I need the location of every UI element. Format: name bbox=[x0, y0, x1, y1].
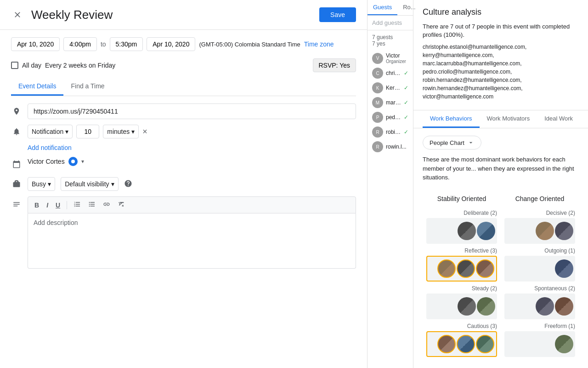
allday-checkbox[interactable] bbox=[11, 62, 18, 69]
location-input[interactable] bbox=[28, 104, 356, 119]
header-divider bbox=[0, 29, 367, 30]
notification-unit-select[interactable]: minutes ▾ bbox=[103, 125, 139, 138]
tab-guests[interactable]: Guests bbox=[368, 0, 397, 15]
list-item: R robin.h... ✓ bbox=[368, 125, 413, 139]
notification-type-select[interactable]: Notification ▾ bbox=[28, 125, 73, 138]
tab-event-details[interactable]: Event Details bbox=[11, 78, 63, 96]
behavior-cell-decisive: Decisive (2) bbox=[501, 208, 579, 246]
tab-find-time[interactable]: Find a Time bbox=[63, 78, 112, 96]
location-icon bbox=[11, 107, 22, 115]
behaviors-grid: Stability Oriented Change Oriented Delib… bbox=[423, 191, 579, 359]
decisive-bar bbox=[504, 218, 575, 244]
culture-emails: christophe.estanol@humantelligence.com, … bbox=[423, 43, 579, 101]
cautious-label: Cautious (3) bbox=[426, 323, 497, 329]
person-photo bbox=[476, 259, 494, 278]
end-time-picker[interactable]: 5:30pm bbox=[110, 37, 143, 51]
behavior-cell-steady: Steady (2) bbox=[423, 283, 501, 321]
chart-description: These are the most dominant work behavio… bbox=[423, 155, 579, 182]
list-item: R rowin.l... bbox=[368, 139, 413, 154]
cautious-bar bbox=[426, 331, 497, 357]
avatar: R bbox=[372, 141, 383, 152]
guests-sidebar: Guests Ro... Add guests 7 guests 7 yes V… bbox=[368, 0, 413, 368]
guest-role: Organizer bbox=[386, 59, 406, 64]
organizer-selector[interactable]: Victor Cortes ▾ bbox=[28, 157, 84, 166]
event-tabs: Event Details Find a Time bbox=[11, 78, 356, 96]
save-button[interactable]: Save bbox=[319, 7, 356, 22]
list-item: K Kerry L... ✓ bbox=[368, 80, 413, 95]
organizer-chevron-icon: ▾ bbox=[81, 158, 84, 165]
person-photo bbox=[476, 335, 494, 353]
organizer-name: Victor Cortes bbox=[28, 158, 65, 165]
rsvp-button[interactable]: RSVP: Yes bbox=[313, 58, 356, 72]
steady-bar bbox=[426, 293, 497, 319]
cautious-section: Cautious An objective and critical quali… bbox=[504, 366, 579, 368]
reflective-bar bbox=[426, 256, 497, 282]
person-photo bbox=[477, 222, 495, 240]
notification-clear-button[interactable]: × bbox=[142, 127, 147, 137]
person-photo bbox=[536, 297, 554, 316]
avatar: P bbox=[372, 112, 383, 123]
link-button[interactable] bbox=[100, 200, 113, 210]
spontaneous-bar bbox=[504, 293, 575, 319]
freeform-label: Freeform (1) bbox=[504, 323, 575, 329]
person-photo bbox=[477, 297, 495, 316]
behavior-cell-outgoing: Outgoing (1) bbox=[501, 246, 579, 283]
notification-value-input[interactable] bbox=[76, 125, 99, 138]
underline-button[interactable]: U bbox=[53, 201, 63, 210]
culture-summary: There are 7 out of 7 people in this even… bbox=[423, 23, 579, 39]
visibility-select[interactable]: Default visibility ▾ bbox=[61, 177, 118, 191]
list-item: M marc.l... ✓ bbox=[368, 95, 413, 110]
avatar: M bbox=[372, 97, 383, 108]
outgoing-label: Outgoing (1) bbox=[504, 247, 575, 254]
timezone-link[interactable]: Time zone bbox=[304, 40, 334, 48]
status-row: Busy ▾ Default visibility ▾ bbox=[11, 177, 356, 191]
guest-name: marc.l... bbox=[386, 99, 401, 106]
avatar: K bbox=[372, 82, 383, 93]
add-notification-link[interactable]: Add notification bbox=[11, 144, 356, 151]
behavior-cell-freeform: Freeform (1) bbox=[501, 321, 579, 359]
tab-work-motivators[interactable]: Work Motivators bbox=[480, 110, 537, 128]
people-chart-button[interactable]: People Chart bbox=[423, 136, 481, 150]
notification-row: Notification ▾ minutes ▾ × bbox=[11, 125, 356, 138]
check-icon: ✓ bbox=[404, 85, 408, 91]
behavior-descriptions: Reflective Listens carefully before resp… bbox=[423, 366, 579, 368]
start-date-picker[interactable]: Apr 10, 2020 bbox=[11, 37, 60, 51]
outgoing-bar bbox=[504, 256, 575, 282]
remove-format-button[interactable] bbox=[115, 200, 128, 210]
description-textarea[interactable]: Add description bbox=[28, 213, 356, 269]
steady-label: Steady (2) bbox=[426, 285, 497, 292]
avatar: C bbox=[372, 68, 383, 79]
allday-row: All day Every 2 weeks on Friday RSVP: Ye… bbox=[11, 58, 356, 72]
deliberate-label: Deliberate (2) bbox=[426, 210, 497, 216]
end-date-picker[interactable]: Apr 10, 2020 bbox=[147, 37, 195, 51]
stability-header: Stability Oriented bbox=[423, 191, 501, 208]
tab-ideal-work[interactable]: Ideal Work bbox=[537, 110, 580, 128]
list-item: P pedro... ✓ bbox=[368, 110, 413, 125]
bold-button[interactable]: B bbox=[32, 201, 42, 210]
guest-count: 7 guests 7 yes bbox=[368, 30, 413, 51]
organizer-row: Victor Cortes ▾ bbox=[11, 157, 356, 172]
behavior-cell-reflective: Reflective (3) bbox=[423, 246, 501, 283]
right-top: Guests Ro... Add guests 7 guests 7 yes V… bbox=[368, 0, 588, 368]
person-photo bbox=[437, 259, 456, 278]
person-photo bbox=[457, 259, 475, 278]
guest-name: pedro... bbox=[386, 114, 401, 121]
culture-nav-tabs: Work Behaviors Work Motivators Ideal Wor… bbox=[413, 110, 588, 128]
busy-status-select[interactable]: Busy ▾ bbox=[28, 177, 55, 191]
tab-work-behaviors[interactable]: Work Behaviors bbox=[423, 110, 480, 128]
close-button[interactable] bbox=[11, 8, 24, 21]
ordered-list-button[interactable] bbox=[71, 200, 84, 210]
italic-button[interactable]: I bbox=[44, 201, 51, 210]
reflective-section: Reflective Listens carefully before resp… bbox=[423, 366, 497, 368]
unordered-list-button[interactable] bbox=[85, 200, 98, 210]
start-time-picker[interactable]: 4:00pm bbox=[63, 37, 97, 51]
deliberate-bar bbox=[426, 218, 497, 244]
decisive-label: Decisive (2) bbox=[504, 210, 575, 216]
tab-life-priorities[interactable]: Life P... bbox=[580, 110, 588, 128]
behavior-cell-spontaneous: Spontaneous (2) bbox=[501, 283, 579, 321]
behavior-cell-cautious: Cautious (3) bbox=[423, 321, 501, 359]
add-guests-field[interactable]: Add guests bbox=[368, 16, 413, 30]
guests-tab-row: Guests Ro... bbox=[368, 0, 413, 16]
culture-title: Culture analysis bbox=[423, 7, 579, 17]
help-icon[interactable] bbox=[124, 179, 132, 189]
